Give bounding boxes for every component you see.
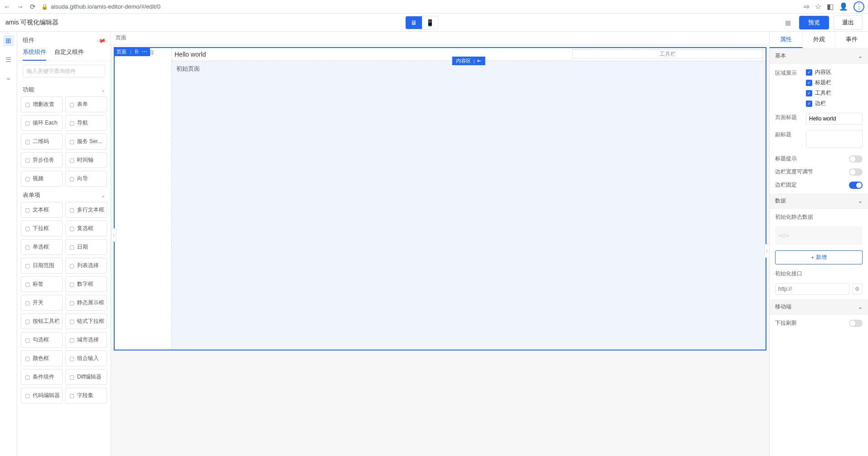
component-label: 代码编辑器 (33, 392, 60, 399)
component-item[interactable]: ▢颜色框 (21, 350, 63, 366)
title-tip-toggle[interactable] (849, 155, 863, 163)
reload-icon[interactable]: ⟳ (30, 3, 36, 11)
component-item[interactable]: ▢列表选择 (65, 258, 107, 274)
component-item[interactable]: ▢标签 (21, 276, 63, 292)
component-icon: ▢ (25, 393, 30, 399)
aside-fixed-toggle[interactable] (849, 182, 863, 189)
chevron-down-icon: ⌄ (858, 304, 863, 310)
component-item[interactable]: ▢循环 Each (21, 115, 63, 131)
component-icon: ▢ (25, 318, 30, 325)
subtitle-input[interactable] (806, 130, 863, 148)
component-item[interactable]: ▢二维码 (21, 134, 63, 149)
component-label: 链式下拉框 (77, 317, 104, 325)
checkbox-toolbar[interactable]: ✓工具栏 (806, 89, 863, 97)
component-item[interactable]: ▢复选框 (65, 221, 107, 236)
component-item[interactable]: ▢视频 (21, 171, 63, 187)
more-icon[interactable]: ⋯ (142, 48, 147, 55)
component-icon: ▢ (25, 300, 30, 306)
breadcrumb: 页面 (111, 32, 769, 44)
component-search-input[interactable] (23, 65, 105, 77)
component-item[interactable]: ▢字段集 (65, 388, 107, 403)
page-frame[interactable]: 边栏内容 Hello world 工具栏 内容区 | ⇤ 初始页面 (114, 47, 766, 350)
back-icon[interactable]: ← (4, 3, 10, 11)
component-item[interactable]: ▢向导 (65, 171, 107, 187)
insert-icon[interactable]: ⇤ (477, 58, 481, 64)
title-region[interactable]: Hello world (175, 51, 206, 58)
collapse-right-handle[interactable]: › (764, 244, 770, 258)
component-item[interactable]: ▢数字框 (65, 276, 107, 292)
component-item[interactable]: ▢多行文本框 (65, 202, 107, 218)
tab-events[interactable]: 事件 (835, 32, 868, 48)
pin-icon[interactable]: 📌 (97, 35, 107, 45)
category-form[interactable]: 表单项 ⌄ (21, 187, 107, 202)
selection-toolbar: 页面 | ⎘ ⋯ (114, 47, 150, 56)
component-icon: ▢ (69, 207, 74, 213)
url-bar[interactable]: 🔒 aisuda.github.io/amis-editor-demo/#/ed… (41, 3, 160, 10)
body-region-tag: 内容区 | ⇤ (452, 57, 485, 65)
component-label: 视频 (33, 175, 44, 182)
component-item[interactable]: ▢按钮工具栏 (21, 313, 63, 329)
mobile-button[interactable]: 📱 (422, 16, 438, 29)
static-data-placeholder[interactable]: <∅> (775, 226, 863, 245)
rail-outline-icon[interactable]: ☰ (3, 54, 14, 65)
component-item[interactable]: ▢文本框 (21, 202, 63, 218)
component-item[interactable]: ▢条件组件 (21, 369, 63, 385)
component-item[interactable]: ▢代码编辑器 (21, 388, 63, 403)
component-item[interactable]: ▢链式下拉框 (65, 313, 107, 329)
collapse-left-handle[interactable]: ‹ (111, 228, 116, 242)
component-item[interactable]: ▢异步任务 (21, 152, 63, 168)
component-label: Diff编辑器 (77, 373, 102, 381)
add-static-button[interactable]: +新增 (775, 250, 863, 264)
api-input[interactable] (775, 283, 849, 295)
component-item[interactable]: ▢单选框 (21, 239, 63, 255)
checkbox-body[interactable]: ✓内容区 (806, 68, 863, 76)
page-title-input[interactable] (806, 113, 863, 125)
extension-icon[interactable]: ◧ (827, 2, 834, 11)
section-data[interactable]: 数据 ⌄ (770, 193, 868, 209)
component-item[interactable]: ▢服务 Ser... (65, 134, 107, 149)
checkbox-aside[interactable]: ✓边栏 (806, 100, 863, 107)
pull-refresh-toggle[interactable] (849, 320, 863, 327)
exit-button[interactable]: 退出 (834, 15, 863, 30)
desktop-button[interactable]: 🖥 (406, 16, 422, 29)
component-icon: ▢ (69, 393, 74, 399)
star-icon[interactable]: ☆ (815, 2, 821, 11)
rail-code-icon[interactable]: ⌁ (3, 73, 14, 84)
component-item[interactable]: ▢表单 (65, 96, 107, 112)
component-item[interactable]: ▢日期 (65, 239, 107, 255)
component-item[interactable]: ▢导航 (65, 115, 107, 131)
menu-icon[interactable]: ⋮ (853, 1, 864, 12)
toolbar-region[interactable]: 工具栏 (572, 49, 763, 58)
component-item[interactable]: ▢Diff编辑器 (65, 369, 107, 385)
profile-icon[interactable]: 👤 (839, 2, 848, 11)
tab-custom-components[interactable]: 自定义组件 (54, 48, 84, 61)
component-item[interactable]: ▢增删改查 (21, 96, 63, 112)
component-item[interactable]: ▢城市选择 (65, 332, 107, 348)
aside-resize-toggle[interactable] (849, 168, 863, 176)
tab-attributes[interactable]: 属性 (770, 32, 803, 48)
component-label: 多行文本框 (77, 206, 104, 214)
tab-system-components[interactable]: 系统组件 (23, 48, 46, 61)
section-mobile[interactable]: 移动端 ⌄ (770, 299, 868, 315)
rail-components-icon[interactable]: ⊞ (3, 35, 14, 46)
component-item[interactable]: ▢开关 (21, 295, 63, 311)
component-item[interactable]: ▢静态展示框 (65, 295, 107, 311)
share-icon[interactable]: ⇨ (804, 2, 810, 11)
component-item[interactable]: ▢日期范围 (21, 258, 63, 274)
tab-appearance[interactable]: 外观 (803, 32, 836, 48)
category-func[interactable]: 功能 ⌄ (21, 81, 107, 96)
component-item[interactable]: ▢下拉框 (21, 221, 63, 236)
aside-region[interactable]: 边栏内容 (115, 48, 172, 350)
body-region[interactable]: 内容区 | ⇤ 初始页面 (172, 61, 766, 350)
forward-icon[interactable]: → (17, 3, 24, 11)
section-basic[interactable]: 基本 ⌄ (770, 48, 868, 64)
api-settings-icon[interactable]: ⚙ (852, 283, 863, 294)
component-icon: ▢ (69, 101, 74, 108)
preview-button[interactable]: 预览 (799, 16, 829, 29)
grid-toggle-icon[interactable]: ▦ (785, 19, 791, 26)
component-item[interactable]: ▢组合输入 (65, 350, 107, 366)
component-item[interactable]: ▢勾选框 (21, 332, 63, 348)
component-item[interactable]: ▢时间轴 (65, 152, 107, 168)
copy-icon[interactable]: ⎘ (135, 48, 138, 55)
checkbox-title[interactable]: ✓标题栏 (806, 79, 863, 86)
